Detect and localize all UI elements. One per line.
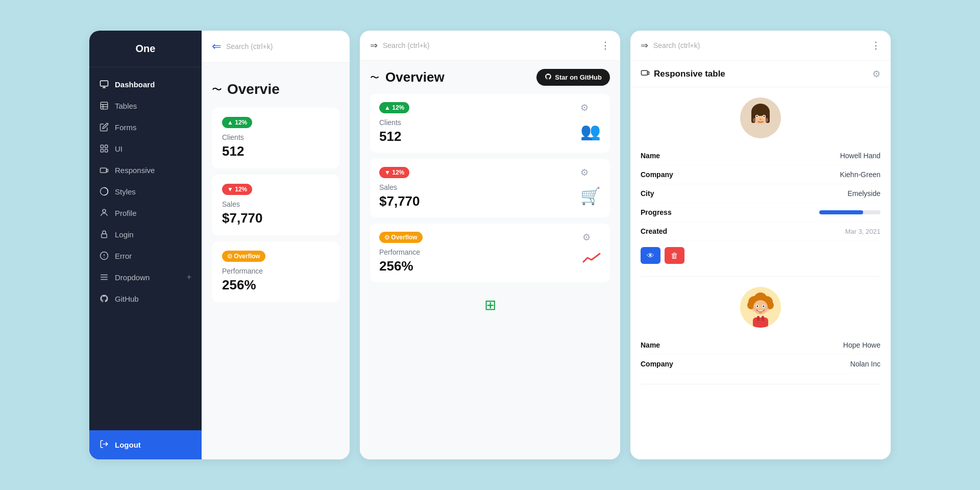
- svg-rect-13: [102, 234, 107, 238]
- p2-search-label[interactable]: Search (ctrl+k): [383, 41, 429, 50]
- p1-badge-perf-text: ⊙ Overflow: [227, 253, 260, 260]
- p1-badge-clients: ▲ 12%: [222, 117, 252, 128]
- p3-three-dots[interactable]: ⋮: [871, 40, 880, 51]
- label-created-1: Created: [641, 227, 667, 235]
- label-city-1: City: [641, 189, 654, 198]
- p2-value-sales: $7,770: [379, 193, 420, 209]
- sidebar-label-profile: Profile: [115, 209, 137, 217]
- sidebar-item-responsive[interactable]: Responsive: [89, 159, 202, 181]
- p2-perf-right: ⚙: [582, 232, 601, 267]
- svg-point-47: [757, 306, 758, 307]
- dropdown-plus: +: [187, 273, 191, 282]
- user-1-progress-row: Progress: [641, 203, 880, 222]
- logout-label: Logout: [115, 440, 141, 449]
- label-company-1: Company: [641, 170, 673, 179]
- sidebar-item-styles[interactable]: Styles: [89, 181, 202, 202]
- p1-stat-card-sales: ▼ 12% Sales $7,770: [212, 175, 339, 235]
- user-2-avatar-wrap: [641, 287, 880, 328]
- back-arrow-icon[interactable]: ⇐: [212, 40, 221, 53]
- svg-point-37: [764, 118, 768, 122]
- github-icon: [100, 294, 109, 303]
- sidebar-item-login[interactable]: Login: [89, 224, 202, 245]
- label-company-2: Company: [641, 360, 673, 368]
- user-2-avatar: [740, 287, 781, 328]
- gear-icon-sales[interactable]: ⚙: [580, 167, 601, 178]
- github-btn-icon: [545, 73, 552, 82]
- sidebar-item-error[interactable]: Error: [89, 245, 202, 266]
- sidebar-item-dropdown[interactable]: Dropdown +: [89, 266, 202, 288]
- user-2-company-row: Company Nolan Inc: [641, 355, 880, 374]
- p1-value-sales: $7,770: [222, 210, 329, 226]
- user-2-name: Hope Howe: [843, 341, 880, 349]
- svg-rect-8: [105, 150, 108, 152]
- sidebar-item-tables[interactable]: Tables: [89, 95, 202, 116]
- user-1-delete-button[interactable]: 🗑: [665, 247, 684, 264]
- trend-up-icon: [582, 251, 601, 267]
- gear-icon-clients[interactable]: ⚙: [580, 102, 601, 113]
- svg-rect-7: [101, 150, 103, 152]
- styles-icon: [100, 187, 109, 196]
- sidebar-item-ui[interactable]: UI: [89, 138, 202, 159]
- sidebar-item-profile[interactable]: Profile: [89, 202, 202, 224]
- user-1-created: Mar 3, 2021: [845, 228, 880, 235]
- user-1-actions: 👁 🗑: [641, 241, 880, 266]
- logout-button[interactable]: Logout: [89, 430, 202, 459]
- svg-point-35: [760, 119, 762, 120]
- svg-point-36: [753, 118, 757, 122]
- p2-stat-card-performance: ⊙ Overflow Performance 256% ⚙: [370, 224, 610, 282]
- p3-search-label[interactable]: Search (ctrl+k): [653, 41, 700, 50]
- github-btn-label: Star on GitHub: [555, 74, 602, 81]
- panel3-title-row: Responsive table ⚙: [630, 61, 891, 87]
- panel-1: One Dashboard Tables Forms: [89, 31, 350, 459]
- sidebar-nav: Dashboard Tables Forms UI: [89, 67, 202, 430]
- p2-value-performance: 256%: [379, 258, 423, 274]
- user-card-2: Name Hope Howe Company Nolan Inc: [641, 277, 880, 384]
- sidebar-label-ui: UI: [115, 144, 122, 153]
- sidebar-label-dropdown: Dropdown: [115, 273, 150, 282]
- sidebar-item-forms[interactable]: Forms: [89, 116, 202, 138]
- sidebar-label-forms: Forms: [115, 123, 137, 132]
- p2-badge-clients: ▲ 12%: [379, 102, 409, 113]
- p1-label-sales: Sales: [222, 200, 329, 208]
- svg-rect-1: [101, 102, 108, 109]
- gear-icon-perf[interactable]: ⚙: [582, 232, 601, 243]
- github-star-button[interactable]: Star on GitHub: [536, 69, 610, 86]
- sidebar-logo: One: [89, 31, 202, 67]
- clients-people-icon: 👥: [580, 121, 601, 141]
- panel3-settings-icon[interactable]: ⚙: [872, 68, 880, 80]
- sidebar-item-github[interactable]: GitHub: [89, 288, 202, 309]
- logout-icon: [100, 439, 109, 450]
- p1-search-label[interactable]: Search (ctrl+k): [226, 42, 273, 51]
- p2-bottom-icon: ⊞: [370, 288, 610, 322]
- p2-clients-right: ⚙ 👥: [580, 102, 601, 141]
- svg-rect-51: [753, 317, 768, 328]
- p3-hamburger-icon[interactable]: ⇒: [641, 40, 648, 51]
- user-1-city: Emelyside: [847, 189, 880, 198]
- p2-three-dots[interactable]: ⋮: [601, 40, 610, 51]
- user-1-view-button[interactable]: 👁: [641, 247, 660, 264]
- p2-badge-perf: ⊙ Overflow: [379, 232, 423, 243]
- svg-point-32: [764, 116, 765, 117]
- lock-icon: [100, 230, 109, 239]
- user-1-city-row: City Emelyside: [641, 184, 880, 203]
- p2-badge-clients-text: ▲ 12%: [384, 104, 404, 111]
- sidebar-label-error: Error: [115, 252, 132, 260]
- p1-label-performance: Performance: [222, 267, 329, 275]
- sidebar-label-login: Login: [115, 230, 134, 239]
- p2-label-performance: Performance: [379, 248, 423, 256]
- svg-point-12: [103, 209, 106, 212]
- p2-hamburger-icon[interactable]: ⇒: [370, 40, 378, 51]
- sidebar-item-dashboard[interactable]: Dashboard: [89, 74, 202, 95]
- p1-overview-title-row: 〜 Overvie: [212, 73, 339, 108]
- label-progress-1: Progress: [641, 208, 672, 216]
- p2-badge-sales: ▼ 12%: [379, 167, 409, 178]
- eye-icon: 👁: [647, 251, 654, 260]
- user-1-company: Kiehn-Green: [840, 170, 880, 179]
- panel1-content: ⇐ Search (ctrl+k) 〜 Overvie ▲ 12% Client…: [202, 31, 350, 459]
- panel3-title: Responsive table: [641, 68, 725, 80]
- user-1-name-row: Name Howell Hand: [641, 146, 880, 165]
- svg-point-16: [104, 257, 105, 258]
- panel-2: ⇒ Search (ctrl+k) ⋮ 〜 Overview Star on G…: [360, 31, 620, 459]
- dropdown-icon: [100, 273, 109, 282]
- user-1-created-row: Created Mar 3, 2021: [641, 222, 880, 241]
